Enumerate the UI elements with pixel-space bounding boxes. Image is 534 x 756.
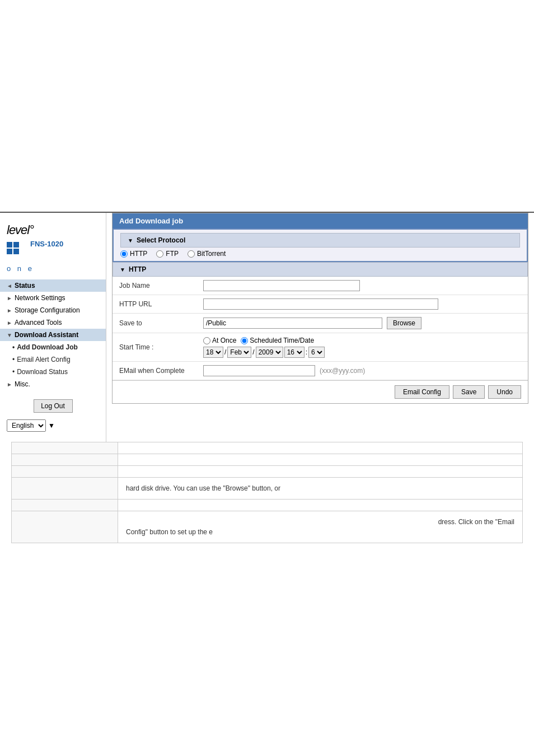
job-name-label: Job Name: [113, 277, 196, 295]
start-time-section: At Once Scheduled Time/Date 1: [203, 337, 521, 358]
bullet-icon: •: [12, 356, 15, 363]
email-cell: (xxx@yyy.com): [196, 362, 528, 380]
email-row: EMail when Complete (xxx@yyy.com): [113, 362, 528, 380]
help-label-1: [12, 442, 118, 454]
logo-cell: [7, 255, 12, 261]
protocol-http-radio[interactable]: [120, 250, 128, 258]
help-text-6-right: dress. Click on the "Email: [126, 517, 514, 527]
start-time-label: Start Time :: [113, 333, 196, 362]
sidebar-item-add-download-job[interactable]: • Add Download Job: [0, 341, 106, 353]
protocol-http-text: HTTP: [130, 250, 147, 258]
protocol-ftp-text: FTP: [166, 250, 179, 258]
protocol-label: Select Protocol: [137, 236, 185, 244]
protocol-bittorrent-text: BitTorrent: [197, 250, 226, 258]
model-name: FNS-1020: [30, 240, 63, 248]
protocol-ftp-radio[interactable]: [156, 250, 163, 258]
protocol-bittorrent-radio[interactable]: [188, 250, 195, 258]
scheduled-radio[interactable]: [241, 337, 248, 344]
job-name-cell: [196, 277, 528, 295]
sidebar-item-storage[interactable]: ► Storage Configuration: [0, 304, 106, 316]
help-text-2: [118, 454, 523, 466]
minute-select[interactable]: 6: [308, 347, 325, 358]
logo-grid: [7, 242, 26, 261]
save-to-group: Browse: [203, 317, 521, 329]
log-out-button[interactable]: Log Out: [34, 399, 73, 413]
help-text-1: [118, 442, 523, 454]
http-section-header: ▼ HTTP: [113, 262, 528, 277]
sidebar-item-email-alert[interactable]: • Email Alert Config: [0, 353, 106, 366]
protocol-section: ▼ Select Protocol HTTP FTP BitTorrent: [113, 228, 528, 262]
scheduled-label[interactable]: Scheduled Time/Date: [241, 337, 314, 344]
sidebar-item-advanced[interactable]: ► Advanced Tools: [0, 316, 106, 329]
help-label-3: [12, 466, 118, 478]
http-url-label: HTTP URL: [113, 295, 196, 314]
hour-select[interactable]: 16: [284, 347, 305, 358]
job-name-row: Job Name: [113, 277, 528, 295]
arrow-icon: ►: [7, 307, 12, 314]
email-label: EMail when Complete: [113, 362, 196, 380]
sidebar-item-network[interactable]: ► Network Settings: [0, 292, 106, 304]
toggle-arrow-icon: ▼: [120, 267, 125, 273]
logo-one: o n e: [7, 264, 99, 273]
browse-button[interactable]: Browse: [387, 317, 421, 329]
arrow-icon: ►: [7, 320, 12, 326]
at-once-text: At Once: [212, 337, 236, 344]
sidebar-label-status: Status: [15, 282, 35, 290]
month-select[interactable]: Feb: [227, 347, 251, 358]
bullet-icon: •: [12, 368, 15, 376]
http-label: HTTP: [129, 265, 146, 273]
language-dropdown[interactable]: English: [7, 419, 46, 432]
help-row-1: [12, 442, 523, 454]
help-label-2: [12, 454, 118, 466]
http-section: ▼ HTTP Job Name HTTP URL: [113, 262, 528, 403]
help-row-2: [12, 454, 523, 466]
sidebar-item-download-status[interactable]: • Download Status: [0, 366, 106, 378]
start-time-cell: At Once Scheduled Time/Date 1: [196, 333, 528, 362]
protocol-radio-group: HTTP FTP BitTorrent: [120, 250, 520, 258]
help-section: hard disk drive. You can use the "Browse…: [11, 442, 523, 543]
protocol-bittorrent-label[interactable]: BitTorrent: [188, 250, 226, 258]
undo-button[interactable]: Undo: [488, 385, 521, 399]
email-config-button[interactable]: Email Config: [395, 385, 449, 399]
toggle-arrow-icon: ▼: [128, 237, 133, 244]
help-row-5: [12, 500, 523, 511]
day-select[interactable]: 18: [203, 347, 223, 358]
email-placeholder: (xxx@yyy.com): [320, 367, 365, 375]
http-url-input[interactable]: [203, 298, 438, 310]
logo-cell: [13, 242, 19, 248]
sidebar-label-storage: Storage Configuration: [15, 306, 80, 314]
sidebar-label-download-assistant: Download Assistant: [15, 331, 78, 339]
start-time-radio-group: At Once Scheduled Time/Date: [203, 337, 521, 344]
bullet-icon: •: [12, 343, 15, 351]
job-name-input[interactable]: [203, 280, 360, 291]
logo-cell: [13, 249, 19, 254]
sidebar-label-advanced: Advanced Tools: [15, 319, 62, 326]
sidebar-item-download-assistant[interactable]: ▼ Download Assistant: [0, 329, 106, 341]
logo-cell: [7, 249, 12, 254]
help-text-6: dress. Click on the "Email Config" butto…: [118, 511, 523, 543]
sidebar-item-status[interactable]: ◄ Status: [0, 279, 106, 292]
at-once-label[interactable]: At Once: [203, 337, 236, 344]
logo-cell: [20, 242, 26, 248]
help-label-6: [12, 511, 118, 543]
language-selector[interactable]: English ▼: [7, 419, 99, 432]
save-to-input[interactable]: [203, 318, 382, 329]
sidebar-label-misc: Misc.: [15, 380, 30, 388]
protocol-http-label[interactable]: HTTP: [120, 250, 147, 258]
slash2: /: [252, 348, 254, 356]
at-once-radio[interactable]: [203, 337, 210, 344]
date-selects: 18 / Feb / 2009: [203, 347, 521, 358]
sidebar-item-misc[interactable]: ► Misc.: [0, 378, 106, 390]
sidebar-label-network: Network Settings: [15, 294, 65, 302]
protocol-ftp-label[interactable]: FTP: [156, 250, 179, 258]
year-select[interactable]: 2009: [256, 347, 283, 358]
scheduled-text: Scheduled Time/Date: [250, 337, 314, 344]
logo-text: level°: [7, 223, 99, 237]
help-label-4: [12, 478, 118, 500]
save-button[interactable]: Save: [453, 385, 485, 399]
main-content: Add Download job ▼ Select Protocol HTTP …: [106, 213, 534, 442]
http-url-cell: [196, 295, 528, 314]
email-input[interactable]: [203, 365, 315, 376]
arrow-icon: ►: [7, 295, 12, 301]
logo-cell: [20, 255, 26, 261]
